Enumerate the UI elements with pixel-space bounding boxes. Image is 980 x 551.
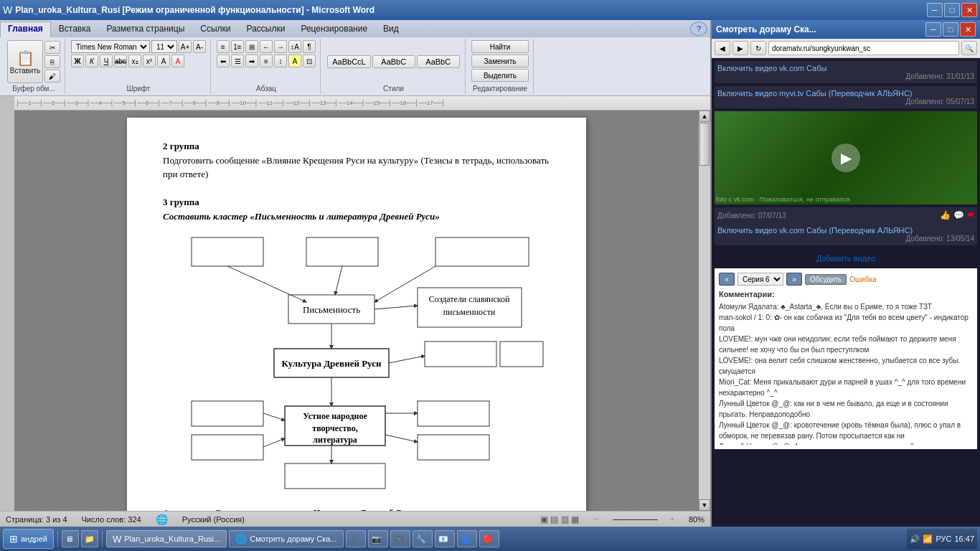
align-right-button[interactable]: ➡ [245, 55, 258, 67]
heart-icon[interactable]: ❤ [967, 210, 974, 220]
zoom-increase[interactable]: + [670, 515, 674, 523]
tab-home[interactable]: Главная [0, 22, 51, 37]
video-thumbnail[interactable]: ▶ foto с vk.com · Пожаловаться, не отпра… [715, 111, 977, 204]
browser-minimize[interactable]: ─ [925, 22, 941, 37]
discuss-button[interactable]: Обсудить [805, 274, 847, 285]
tray-icon-1[interactable]: 🔊 [910, 534, 920, 544]
taskbar-item-6[interactable]: 🔧 [413, 530, 433, 547]
minimize-button[interactable]: ─ [927, 3, 943, 17]
superscript-button[interactable]: x² [143, 55, 156, 67]
video-1-title[interactable]: Включить видео vk.com Сабы [717, 64, 974, 72]
refresh-button[interactable]: ↻ [750, 41, 766, 55]
taskbar-item-3[interactable]: 🎵 [346, 530, 366, 547]
tab-layout[interactable]: Разметка страницы [98, 22, 192, 37]
taskbar-sep-2 [102, 531, 103, 547]
address-bar[interactable] [768, 41, 959, 55]
style-normal-button[interactable]: AaBbCcL [327, 55, 370, 68]
forward-button[interactable]: ▶ [732, 41, 748, 55]
underline-button[interactable]: Ч [100, 55, 113, 67]
episode-select[interactable]: Серия 6 [738, 273, 783, 286]
scroll-up-button[interactable]: ▲ [699, 110, 710, 122]
taskbar-item-8[interactable]: 🌀 [457, 530, 477, 547]
decrease-indent-button[interactable]: ← [260, 40, 273, 53]
scroll-thumb[interactable] [699, 123, 710, 166]
zoom-decrease[interactable]: ─ [593, 515, 598, 523]
line-spacing-button[interactable]: ↕ [274, 55, 287, 67]
zoom-slider[interactable]: ──────── [613, 515, 656, 524]
start-button[interactable]: ⊞ андрей [3, 529, 54, 549]
taskbar-item-7[interactable]: 📧 [435, 530, 455, 547]
replace-button[interactable]: Заменить [471, 55, 529, 67]
justify-button[interactable]: ≡ [260, 55, 273, 67]
taskbar-item-9[interactable]: 🔴 [479, 530, 499, 547]
cut-button[interactable]: ✂ [44, 41, 60, 54]
browser-close[interactable]: ✕ [960, 22, 976, 37]
start-label: андрей [21, 534, 47, 543]
tab-review[interactable]: Рецензирование [293, 22, 375, 37]
maximize-button[interactable]: □ [944, 3, 960, 17]
error-button[interactable]: Ошибка [849, 276, 876, 283]
word-taskbar-label: Plan_uroka_Kultura_Rusi... [124, 534, 220, 543]
browser-panel: Смотреть дораму Ска... ─ □ ✕ ◀ ▶ ↻ 🔍 Вкл… [710, 20, 980, 527]
shading-button[interactable]: A [288, 55, 301, 67]
show-desktop-button[interactable]: 🖥 [62, 530, 79, 547]
clear-format-button[interactable]: A [157, 55, 170, 67]
text-color-button[interactable]: A [171, 55, 184, 67]
border-button[interactable]: ⊡ [303, 55, 316, 67]
increase-indent-button[interactable]: → [274, 40, 287, 53]
font-size-select[interactable]: 11 [151, 40, 177, 53]
italic-button[interactable]: К [85, 55, 98, 67]
document-scroll-area[interactable]: 2 группа Подготовить сообщение «Влияние … [14, 110, 699, 511]
tab-mailings[interactable]: Рассылки [239, 22, 293, 37]
strikethrough-button[interactable]: abc [114, 55, 127, 67]
language-icon[interactable]: 🌐 [156, 514, 168, 525]
font-name-select[interactable]: Times New Roman [71, 40, 150, 53]
tab-references[interactable]: Ссылки [192, 22, 238, 37]
browser-taskbar-item[interactable]: 🌐 Смотреть дораму Ска... [229, 530, 343, 547]
subscript-button[interactable]: x₂ [128, 55, 141, 67]
taskbar-item-4[interactable]: 📷 [368, 530, 388, 547]
bold-button[interactable]: Ж [71, 55, 84, 67]
like-icon[interactable]: 👍 [940, 210, 951, 220]
numbering-button[interactable]: 1≡ [231, 40, 244, 53]
browser-maximize[interactable]: □ [943, 22, 958, 37]
video-2-title[interactable]: Включить видео myvi.tv Сабы (Переводчик … [717, 89, 974, 98]
search-button[interactable]: 🔍 [961, 41, 977, 55]
bullets-button[interactable]: ≡ [217, 40, 230, 53]
add-video-link[interactable]: Добавить видео [717, 254, 974, 263]
find-button[interactable]: Найти [471, 40, 529, 53]
explorer-button[interactable]: 📁 [81, 530, 98, 547]
tray-icon-2[interactable]: 📶 [923, 534, 933, 544]
paragraph-group-label: Абзац [256, 83, 276, 93]
decrease-font-button[interactable]: A- [193, 40, 206, 53]
tab-insert[interactable]: Вставка [51, 22, 99, 37]
align-left-button[interactable]: ⬅ [217, 55, 230, 67]
tab-view[interactable]: Вид [375, 22, 407, 37]
word-taskbar-item[interactable]: W Plan_uroka_Kultura_Rusi... [106, 530, 227, 547]
comments-text[interactable]: Аtомули Ядалата: ♣_Аstarta_♣, Если вы о … [719, 301, 973, 445]
vertical-scrollbar[interactable]: ▲ ▼ [699, 110, 710, 511]
play-icon[interactable]: ▶ [831, 143, 860, 172]
back-button[interactable]: ◀ [715, 41, 730, 55]
style-h1-button[interactable]: AaBbC [372, 55, 415, 68]
copy-button[interactable]: ⎘ [44, 55, 60, 68]
close-button[interactable]: ✕ [961, 3, 977, 17]
taskbar-item-5[interactable]: 🎮 [390, 530, 410, 547]
sort-button[interactable]: ↕A [288, 40, 301, 53]
video-4-title[interactable]: Включить видео vk.com Сабы (Переводчик А… [717, 226, 974, 235]
align-center-button[interactable]: ☰ [231, 55, 244, 67]
scroll-down-button[interactable]: ▼ [699, 499, 710, 511]
comment-icon[interactable]: 💬 [953, 210, 964, 220]
format-painter-button[interactable]: 🖌 [44, 70, 60, 83]
ep-prev-button[interactable]: « [719, 273, 735, 286]
paste-button[interactable]: 📋 Вставить [7, 40, 43, 83]
style-h2-button[interactable]: AaBbC [417, 55, 460, 68]
help-button[interactable]: ? [690, 22, 707, 36]
show-marks-button[interactable]: ¶ [303, 40, 316, 53]
increase-font-button[interactable]: A+ [179, 40, 192, 53]
multilevel-button[interactable]: ⊞ [245, 40, 258, 53]
svg-line-29 [263, 438, 285, 447]
language-tray[interactable]: РУС [936, 534, 951, 543]
ep-next-button[interactable]: » [786, 273, 802, 286]
select-button[interactable]: Выделить [471, 69, 529, 82]
